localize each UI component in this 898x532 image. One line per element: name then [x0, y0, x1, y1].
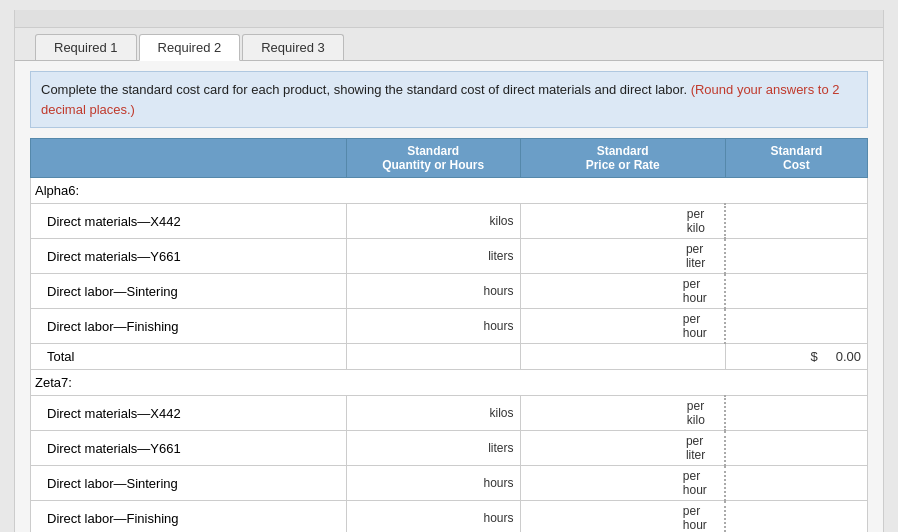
alpha6-row3-cost	[725, 274, 867, 309]
table-row: Direct materials—X442 kilos per kilo	[31, 204, 868, 239]
alpha6-row1-price-unit: per kilo	[687, 207, 719, 235]
table-row: Direct labor—Sintering hours per hour	[31, 466, 868, 501]
alpha6-y661-qty-input[interactable]	[353, 249, 484, 263]
zeta7-sintering-qty-input[interactable]	[353, 476, 480, 490]
zeta7-row1-price-unit: per kilo	[687, 399, 719, 427]
alpha6-row1-price: per kilo	[520, 204, 725, 239]
zeta7-x442-qty-input[interactable]	[353, 406, 486, 420]
zeta7-row2-unit: liters	[488, 441, 513, 455]
table-row: Direct materials—X442 kilos per kilo	[31, 396, 868, 431]
alpha6-row4-label: Direct labor—Finishing	[31, 309, 347, 344]
alpha6-x442-qty-input[interactable]	[353, 214, 486, 228]
alpha6-x442-price-input[interactable]	[527, 214, 683, 228]
alpha6-row4-price-unit: per hour	[683, 312, 719, 340]
zeta7-row2-qty: liters	[346, 431, 520, 466]
alpha6-x442-cost-input[interactable]	[732, 215, 861, 229]
main-container: Required 1 Required 2 Required 3 Complet…	[14, 10, 884, 532]
zeta7-row4-price: per hour	[520, 501, 725, 533]
zeta7-row3-qty: hours	[346, 466, 520, 501]
alpha6-row1-unit: kilos	[490, 214, 514, 228]
zeta7-row4-label: Direct labor—Finishing	[31, 501, 347, 533]
zeta7-y661-price-input[interactable]	[527, 441, 682, 455]
alpha6-row2-unit: liters	[488, 249, 513, 263]
col-header-price: StandardPrice or Rate	[520, 139, 725, 178]
zeta7-finishing-price-input[interactable]	[527, 511, 679, 525]
zeta7-row4-unit: hours	[484, 511, 514, 525]
alpha6-sintering-cost-input[interactable]	[732, 285, 861, 299]
alpha6-row3-qty: hours	[346, 274, 520, 309]
content-area: StandardQuantity or Hours StandardPrice …	[15, 138, 883, 532]
zeta7-row3-price-unit: per hour	[683, 469, 719, 497]
zeta7-row1-unit: kilos	[490, 406, 514, 420]
alpha6-total-value: 0.00	[836, 349, 861, 364]
col-header-label	[31, 139, 347, 178]
table-row: Direct labor—Finishing hours per hour	[31, 309, 868, 344]
alpha6-row2-label: Direct materials—Y661	[31, 239, 347, 274]
col-header-qty: StandardQuantity or Hours	[346, 139, 520, 178]
tabs-bar: Required 1 Required 2 Required 3	[15, 28, 883, 61]
alpha6-row3-price-unit: per hour	[683, 277, 719, 305]
alpha6-row2-cost	[725, 239, 867, 274]
table-row: Direct labor—Sintering hours per hour	[31, 274, 868, 309]
alpha6-row1-qty: kilos	[346, 204, 520, 239]
zeta7-row1-qty: kilos	[346, 396, 520, 431]
zeta7-finishing-cost-input[interactable]	[732, 512, 861, 526]
zeta7-row2-cost	[725, 431, 867, 466]
alpha6-finishing-price-input[interactable]	[527, 319, 679, 333]
alpha6-finishing-qty-input[interactable]	[353, 319, 480, 333]
zeta7-x442-cost-input[interactable]	[732, 407, 861, 421]
zeta7-row3-cost	[725, 466, 867, 501]
zeta7-row1-price: per kilo	[520, 396, 725, 431]
alpha6-row2-price-unit: per liter	[686, 242, 718, 270]
alpha6-total-dollar: $	[810, 349, 817, 364]
alpha6-total-qty-empty	[346, 344, 520, 370]
alpha6-row4-cost	[725, 309, 867, 344]
zeta7-row2-price-unit: per liter	[686, 434, 718, 462]
zeta7-row4-price-unit: per hour	[683, 504, 719, 532]
zeta7-y661-qty-input[interactable]	[353, 441, 484, 455]
zeta7-row3-price: per hour	[520, 466, 725, 501]
standard-cost-table: StandardQuantity or Hours StandardPrice …	[30, 138, 868, 532]
alpha6-y661-cost-input[interactable]	[732, 250, 861, 264]
zeta7-finishing-qty-input[interactable]	[353, 511, 480, 525]
top-bar	[15, 10, 883, 28]
table-row: Direct materials—Y661 liters per liter	[31, 431, 868, 466]
zeta7-row4-qty: hours	[346, 501, 520, 533]
alpha6-row4-price: per hour	[520, 309, 725, 344]
tab-required2[interactable]: Required 2	[139, 34, 241, 61]
zeta7-x442-price-input[interactable]	[527, 406, 683, 420]
zeta7-row2-price: per liter	[520, 431, 725, 466]
alpha6-section-label: Alpha6:	[31, 178, 868, 204]
alpha6-sintering-qty-input[interactable]	[353, 284, 480, 298]
zeta7-row4-cost	[725, 501, 867, 533]
zeta7-y661-cost-input[interactable]	[732, 442, 861, 456]
tab-required1[interactable]: Required 1	[35, 34, 137, 60]
table-row: Direct materials—Y661 liters per liter	[31, 239, 868, 274]
zeta7-row1-cost	[725, 396, 867, 431]
alpha6-sintering-price-input[interactable]	[527, 284, 679, 298]
zeta7-sintering-price-input[interactable]	[527, 476, 679, 490]
alpha6-row4-qty: hours	[346, 309, 520, 344]
alpha6-finishing-cost-input[interactable]	[732, 320, 861, 334]
alpha6-row4-unit: hours	[484, 319, 514, 333]
alpha6-total-label: Total	[31, 344, 347, 370]
col-header-cost: StandardCost	[725, 139, 867, 178]
table-row: Direct labor—Finishing hours per hour	[31, 501, 868, 533]
alpha6-row2-price: per liter	[520, 239, 725, 274]
zeta7-row2-label: Direct materials—Y661	[31, 431, 347, 466]
instruction-main: Complete the standard cost card for each…	[41, 82, 691, 97]
alpha6-header-row: Alpha6:	[31, 178, 868, 204]
zeta7-sintering-cost-input[interactable]	[732, 477, 861, 491]
zeta7-row3-label: Direct labor—Sintering	[31, 466, 347, 501]
zeta7-row1-label: Direct materials—X442	[31, 396, 347, 431]
alpha6-total-price-empty	[520, 344, 725, 370]
alpha6-row1-label: Direct materials—X442	[31, 204, 347, 239]
tab-required3[interactable]: Required 3	[242, 34, 344, 60]
alpha6-total-cost-cell: $ 0.00	[725, 344, 867, 370]
alpha6-row3-price: per hour	[520, 274, 725, 309]
alpha6-row3-unit: hours	[484, 284, 514, 298]
alpha6-row1-cost	[725, 204, 867, 239]
alpha6-y661-price-input[interactable]	[527, 249, 682, 263]
zeta7-section-label: Zeta7:	[31, 370, 868, 396]
zeta7-row3-unit: hours	[484, 476, 514, 490]
